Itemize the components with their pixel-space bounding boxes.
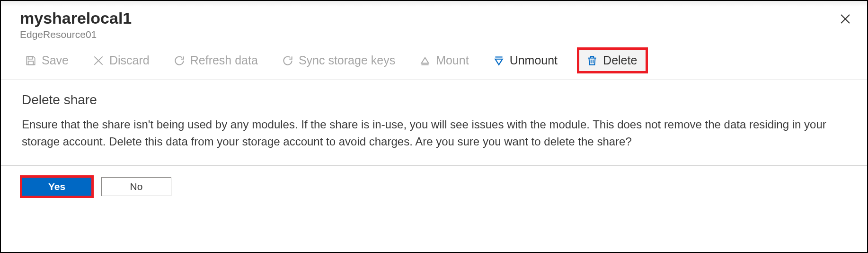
save-label: Save [42,54,69,67]
yes-label: Yes [48,181,65,192]
unmount-label: Unmount [510,54,558,67]
svg-rect-3 [28,61,34,65]
discard-button: Discard [88,52,154,69]
mount-label: Mount [436,54,469,67]
delete-confirmation-panel: Delete share Ensure that the share isn't… [1,80,867,166]
dialog-title: Delete share [22,92,846,108]
delete-label: Delete [603,54,637,67]
sync-label: Sync storage keys [299,54,395,67]
command-bar: Save Discard Refresh data Sync storage k… [1,40,867,80]
no-label: No [130,181,143,192]
dialog-footer: Yes No [1,166,867,208]
discard-icon [92,54,105,67]
save-button: Save [20,52,73,69]
close-button[interactable] [837,10,854,27]
blade-header: mysharelocal1 EdgeResource01 [1,1,867,40]
discard-label: Discard [109,54,150,67]
unmount-icon [493,54,505,67]
mount-icon [419,54,431,67]
mount-button: Mount [414,52,473,69]
sync-storage-keys-button: Sync storage keys [277,52,400,69]
yes-button[interactable]: Yes [22,177,92,196]
svg-rect-2 [28,56,33,59]
delete-button[interactable]: Delete [579,50,646,71]
unmount-button[interactable]: Unmount [488,52,562,69]
page-title: mysharelocal1 [20,9,848,27]
close-icon [840,13,851,25]
sync-icon [282,54,294,67]
refresh-label: Refresh data [190,54,258,67]
delete-icon [586,54,598,67]
refresh-data-button: Refresh data [168,52,263,69]
dialog-message: Ensure that the share isn't being used b… [22,116,831,150]
no-button[interactable]: No [101,177,171,196]
resource-subtitle: EdgeResource01 [20,29,848,40]
save-icon [25,54,37,67]
refresh-icon [173,54,186,67]
